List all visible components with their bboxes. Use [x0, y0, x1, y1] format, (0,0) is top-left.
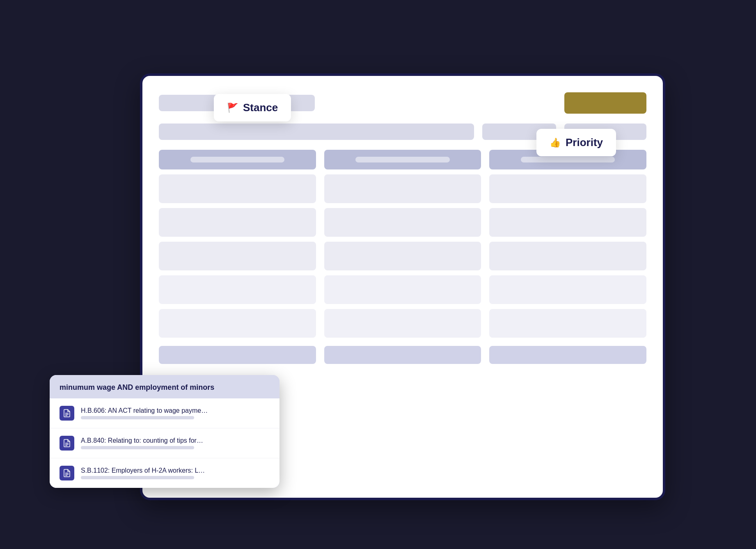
table-header-cell-2 [324, 150, 481, 169]
table-cell-3-3 [489, 242, 646, 270]
table-cell-3-1 [159, 242, 316, 270]
table-header-cell-1 [159, 150, 316, 169]
search-dropdown-header: minumum wage AND employment of minors [50, 375, 279, 398]
table-row-1 [159, 174, 646, 203]
result-title-3: S.B.1102: Employers of H-2A workers: L… [81, 467, 270, 474]
header-pill-1 [190, 157, 285, 162]
result-item-3[interactable]: S.B.1102: Employers of H-2A workers: L… [50, 458, 279, 488]
result-title-2: A.B.840: Relating to: counting of tips f… [81, 437, 270, 444]
header-pill-2 [355, 157, 450, 162]
table-cell-2-3 [489, 208, 646, 237]
table-cell-4-2 [324, 275, 481, 304]
priority-label: Priority [566, 136, 603, 149]
header-pill-3 [521, 157, 615, 162]
stance-label: Stance [243, 101, 278, 114]
table-cell-b-2 [324, 346, 481, 364]
table-row-3 [159, 242, 646, 270]
table-row-5 [159, 309, 646, 338]
result-subtitle-1 [81, 416, 194, 419]
table-cell-5-1 [159, 309, 316, 338]
scene-wrapper: 🚩 Stance 👍 Priority minumum wage AND emp… [91, 49, 665, 500]
result-subtitle-3 [81, 476, 194, 479]
flag-icon: 🚩 [227, 103, 238, 113]
result-content-1: H.B.606: AN ACT relating to wage payme… [81, 407, 270, 419]
table-cell-5-2 [324, 309, 481, 338]
search-results-list: H.B.606: AN ACT relating to wage payme… … [50, 398, 279, 488]
search-query-text: minumum wage AND employment of minors [60, 383, 214, 391]
result-content-3: S.B.1102: Employers of H-2A workers: L… [81, 467, 270, 479]
table-row-2 [159, 208, 646, 237]
table-row-4 [159, 275, 646, 304]
result-item-2[interactable]: A.B.840: Relating to: counting of tips f… [50, 428, 279, 458]
table-cell-4-3 [489, 275, 646, 304]
table-cell-1-1 [159, 174, 316, 203]
table-cell-2-2 [324, 208, 481, 237]
thumbs-up-icon: 👍 [550, 137, 561, 148]
table-cell-4-1 [159, 275, 316, 304]
filter-pill-1[interactable] [159, 124, 474, 140]
result-item-1[interactable]: H.B.606: AN ACT relating to wage payme… [50, 398, 279, 428]
table-cell-1-2 [324, 174, 481, 203]
top-bar-gold-button[interactable] [564, 92, 646, 114]
doc-icon-2 [60, 436, 74, 451]
table-cell-b-1 [159, 346, 316, 364]
table-cell-1-3 [489, 174, 646, 203]
table-row-bottom [159, 346, 646, 364]
result-subtitle-2 [81, 446, 194, 449]
doc-icon-3 [60, 466, 74, 480]
stance-tooltip: 🚩 Stance [214, 94, 291, 121]
search-dropdown: minumum wage AND employment of minors H.… [50, 375, 279, 488]
table-cell-5-3 [489, 309, 646, 338]
result-title-1: H.B.606: AN ACT relating to wage payme… [81, 407, 270, 414]
result-content-2: A.B.840: Relating to: counting of tips f… [81, 437, 270, 449]
priority-tooltip: 👍 Priority [536, 129, 616, 156]
doc-icon-1 [60, 406, 74, 421]
table-cell-3-2 [324, 242, 481, 270]
table-cell-2-1 [159, 208, 316, 237]
table-cell-b-3 [489, 346, 646, 364]
